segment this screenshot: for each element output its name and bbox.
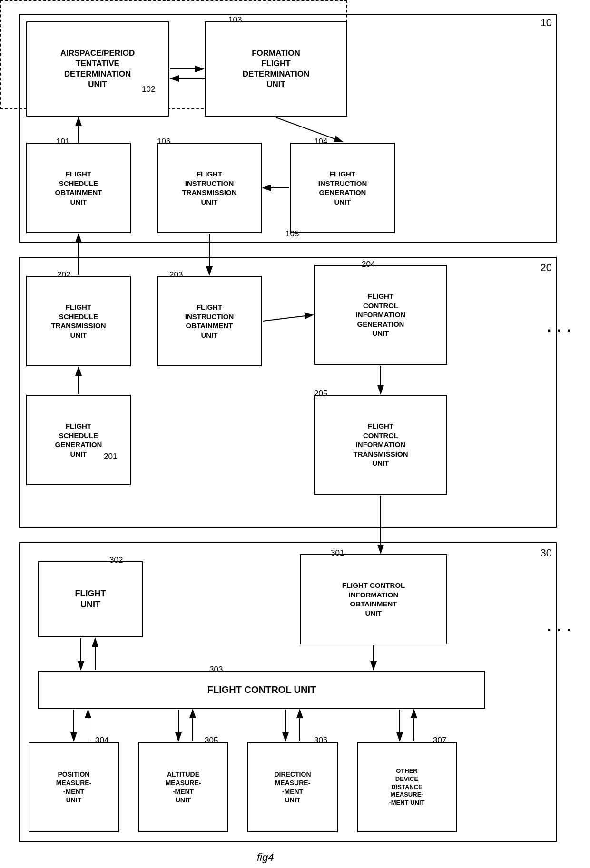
direction-box: DIRECTION MEASURE- -MENT UNIT: [247, 742, 338, 832]
other-device-label: OTHER DEVICE DISTANCE MEASURE- -MENT UNI…: [389, 767, 424, 807]
instruction-obtainment-label: FLIGHT INSTRUCTION OBTAINMENT UNIT: [185, 302, 234, 340]
ref-103: 103: [228, 15, 242, 25]
position-label: POSITION MEASURE- -MENT UNIT: [56, 770, 92, 805]
ref-301: 301: [331, 548, 344, 558]
ref-302: 302: [109, 556, 123, 565]
flight-unit-label: FLIGHT UNIT: [75, 588, 106, 611]
ref-307: 307: [433, 736, 446, 745]
altitude-box: ALTITUDE MEASURE- -MENT UNIT: [138, 742, 228, 832]
flight-unit-box: FLIGHT UNIT: [38, 561, 143, 637]
instruction-generation-box: FLIGHT INSTRUCTION GENERATION UNIT: [290, 143, 395, 233]
ref-105: 105: [285, 229, 299, 239]
ref-306: 306: [314, 736, 327, 745]
ref-204: 204: [362, 260, 375, 269]
ref-205: 205: [314, 389, 327, 399]
schedule-generation-label: FLIGHT SCHEDULE GENERATION UNIT: [55, 421, 102, 458]
control-info-transmission-box: FLIGHT CONTROL INFORMATION TRANSMISSION …: [314, 395, 447, 495]
schedule-transmission-label: FLIGHT SCHEDULE TRANSMISSION UNIT: [51, 302, 106, 340]
ref-303: 303: [209, 665, 223, 674]
ref-101: 101: [56, 137, 69, 146]
ref-304: 304: [95, 736, 108, 745]
instruction-transmission-label: FLIGHT INSTRUCTION TRANSMISSION UNIT: [182, 169, 236, 206]
instruction-generation-label: FLIGHT INSTRUCTION GENERATION UNIT: [318, 169, 367, 206]
control-info-obtainment-label: FLIGHT CONTROL INFORMATION OBTAINMENT UN…: [342, 581, 405, 618]
ref-201: 201: [104, 452, 117, 461]
flight-control-box: FLIGHT CONTROL UNIT: [38, 671, 485, 709]
airspace-label: AIRSPACE/PERIOD TENTATIVE DETERMINATION …: [60, 48, 135, 90]
ref-102: 102: [142, 85, 155, 94]
dots-30: . . .: [547, 618, 572, 634]
formation-label: FORMATION FLIGHT DETERMINATION UNIT: [243, 48, 309, 90]
control-info-transmission-label: FLIGHT CONTROL INFORMATION TRANSMISSION …: [353, 421, 408, 468]
figure-label: fig4: [257, 851, 274, 864]
other-device-box: OTHER DEVICE DISTANCE MEASURE- -MENT UNI…: [357, 742, 457, 832]
position-box: POSITION MEASURE- -MENT UNIT: [29, 742, 119, 832]
airspace-box: AIRSPACE/PERIOD TENTATIVE DETERMINATION …: [26, 21, 169, 117]
control-info-generation-label: FLIGHT CONTROL INFORMATION GENERATION UN…: [356, 292, 406, 338]
flight-control-label: FLIGHT CONTROL UNIT: [207, 683, 316, 696]
altitude-label: ALTITUDE MEASURE- -MENT UNIT: [166, 770, 201, 805]
instruction-obtainment-box: FLIGHT INSTRUCTION OBTAINMENT UNIT: [157, 276, 262, 366]
ref-202: 202: [57, 270, 70, 280]
ref-203: 203: [169, 270, 183, 280]
formation-box: FORMATION FLIGHT DETERMINATION UNIT: [205, 21, 347, 117]
schedule-obtainment-label: FLIGHT SCHEDULE OBTAINMENT UNIT: [55, 169, 102, 206]
ref-305: 305: [205, 736, 218, 745]
ref-10: 10: [541, 17, 552, 29]
direction-label: DIRECTION MEASURE- -MENT UNIT: [275, 770, 311, 805]
schedule-obtainment-box: FLIGHT SCHEDULE OBTAINMENT UNIT: [26, 143, 131, 233]
control-info-obtainment-box: FLIGHT CONTROL INFORMATION OBTAINMENT UN…: [300, 554, 447, 644]
schedule-transmission-box: FLIGHT SCHEDULE TRANSMISSION UNIT: [26, 276, 131, 366]
dots-20: . . .: [547, 319, 572, 335]
ref-106: 106: [157, 137, 170, 146]
diagram: 10 20 30 AIRSPACE/PERIOD TENTATIVE DETER…: [0, 0, 590, 868]
control-info-generation-box: FLIGHT CONTROL INFORMATION GENERATION UN…: [314, 265, 447, 365]
schedule-generation-box: FLIGHT SCHEDULE GENERATION UNIT: [26, 395, 131, 485]
ref-30: 30: [541, 547, 552, 559]
ref-20: 20: [541, 262, 552, 274]
instruction-transmission-box: FLIGHT INSTRUCTION TRANSMISSION UNIT: [157, 143, 262, 233]
